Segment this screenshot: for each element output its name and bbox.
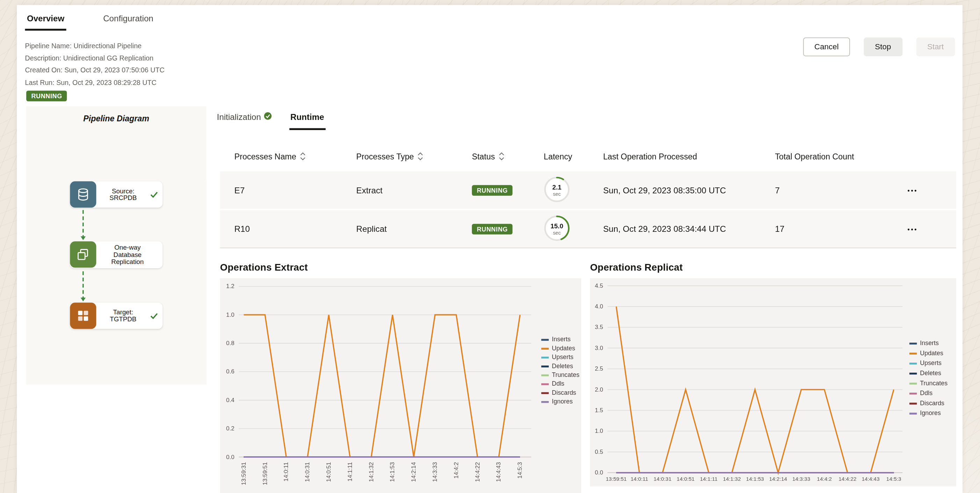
check-circle-icon [264, 112, 272, 122]
diagram-node-target[interactable]: Target: TGTPDB [70, 303, 162, 329]
svg-text:13:59:51: 13:59:51 [262, 462, 269, 485]
legend-item-ignores[interactable]: Ignores [909, 409, 941, 416]
column-header-label: Processes Type [356, 152, 414, 161]
process-type-cell: Replicat [356, 224, 472, 234]
column-header-processes-name[interactable]: Processes Name [234, 152, 356, 161]
svg-text:Updates: Updates [552, 345, 575, 352]
sort-icon[interactable] [499, 152, 504, 161]
svg-text:14:4:43: 14:4:43 [862, 476, 879, 482]
legend-item-ddls[interactable]: Ddls [541, 380, 565, 387]
column-header-total-operation-count: Total Operation Count [775, 152, 907, 161]
chart-legend: InsertsUpdatesUpsertsDeletesTruncatesDdl… [909, 340, 948, 416]
legend-item-upserts[interactable]: Upserts [541, 354, 574, 361]
stop-button[interactable]: Stop [864, 37, 902, 56]
pipeline-diagram-panel: Pipeline Diagram Source: SRCPDB [26, 106, 206, 385]
svg-text:2.5: 2.5 [595, 365, 603, 372]
svg-text:14:1:53: 14:1:53 [746, 476, 764, 482]
operations-extract-chart: 0.00.20.40.60.81.01.213:59:3113:59:5114:… [220, 278, 581, 493]
svg-text:Inserts: Inserts [920, 340, 939, 346]
legend-item-discards[interactable]: Discards [541, 389, 576, 396]
total-count-cell: 17 [775, 224, 907, 234]
column-header-label: Processes Name [234, 152, 296, 161]
status-cell: RUNNING [472, 185, 544, 195]
latency-gauge: 15.0sec [544, 215, 570, 241]
top-tab-bar: Overview Configuration [17, 5, 963, 30]
legend-item-upserts[interactable]: Upserts [909, 359, 942, 367]
legend-item-truncates[interactable]: Truncates [541, 371, 579, 378]
svg-text:Inserts: Inserts [552, 336, 571, 343]
svg-text:13:59:31: 13:59:31 [240, 462, 247, 485]
svg-text:0.0: 0.0 [595, 469, 603, 476]
latency-cell: 2.1sec [544, 176, 603, 204]
svg-text:14:2:14: 14:2:14 [410, 462, 417, 482]
pipeline-lastrun-line: Last Run: Sun, Oct 29, 2023 08:29:28 UTC [25, 77, 165, 89]
process-name-cell: E7 [234, 185, 356, 195]
column-header-label: Latency [544, 152, 572, 161]
process-table-body: E7ExtractRUNNING2.1secSun, Oct 29, 2023 … [220, 170, 956, 247]
table-row: R10ReplicatRUNNING15.0secSun, Oct 29, 20… [220, 209, 956, 247]
tab-overview[interactable]: Overview [25, 5, 67, 30]
page-root: Overview Configuration Pipeline Name: Un… [0, 0, 980, 493]
legend-item-inserts[interactable]: Inserts [909, 340, 939, 346]
flow-arrow [83, 271, 84, 300]
legend-item-discards[interactable]: Discards [909, 400, 944, 407]
legend-item-ignores[interactable]: Ignores [541, 398, 573, 405]
node-label: Source: [97, 187, 149, 195]
process-table-header-row: Processes NameProcesses TypeStatusLatenc… [220, 143, 956, 170]
row-actions-menu[interactable]: ••• [908, 187, 956, 194]
svg-text:Upserts: Upserts [552, 354, 574, 361]
tab-initialization[interactable]: Initialization [216, 110, 273, 130]
status-cell: RUNNING [472, 223, 544, 234]
diagram-node-replication[interactable]: One-way Database Replication [70, 241, 162, 268]
flow-arrow [83, 210, 84, 239]
sort-icon[interactable] [300, 152, 305, 161]
svg-text:Updates: Updates [920, 349, 943, 357]
column-header-status[interactable]: Status [472, 152, 544, 161]
svg-text:Ddls: Ddls [920, 389, 932, 397]
legend-item-deletes[interactable]: Deletes [909, 370, 941, 377]
svg-text:0.4: 0.4 [226, 397, 234, 404]
svg-text:14:0:51: 14:0:51 [325, 462, 332, 482]
sort-icon[interactable] [418, 152, 423, 161]
legend-item-deletes[interactable]: Deletes [541, 362, 573, 370]
row-actions-menu[interactable]: ••• [908, 225, 956, 233]
legend-item-updates[interactable]: Updates [909, 349, 943, 357]
chart-legend: InsertsUpdatesUpsertsDeletesTruncatesDdl… [541, 336, 579, 405]
legend-item-ddls[interactable]: Ddls [909, 389, 932, 397]
diagram-node-source[interactable]: Source: SRCPDB [70, 182, 162, 208]
process-name-cell: R10 [234, 224, 356, 234]
check-icon [150, 312, 159, 319]
svg-text:Upserts: Upserts [920, 359, 942, 367]
cancel-button[interactable]: Cancel [803, 37, 850, 56]
start-button: Start [916, 37, 955, 56]
tab-configuration[interactable]: Configuration [101, 5, 155, 30]
node-label: One-way [97, 244, 158, 251]
column-header-latency: Latency [544, 152, 603, 161]
total-count-cell: 7 [775, 185, 907, 195]
svg-text:Discards: Discards [552, 389, 576, 396]
series-line-updates [243, 315, 520, 457]
svg-text:14:4:2: 14:4:2 [453, 462, 460, 479]
svg-text:0.0: 0.0 [226, 454, 234, 461]
svg-text:14:0:11: 14:0:11 [283, 462, 290, 482]
svg-text:14:5:3: 14:5:3 [517, 462, 523, 479]
status-badge: RUNNING [472, 185, 513, 195]
svg-text:1.0: 1.0 [595, 428, 603, 434]
svg-text:14:1:11: 14:1:11 [700, 476, 718, 482]
legend-item-inserts[interactable]: Inserts [541, 336, 571, 343]
column-header-label: Last Operation Processed [603, 152, 697, 161]
column-header-last-operation-processed: Last Operation Processed [603, 152, 775, 161]
node-label: TGTPDB [97, 316, 149, 323]
tab-runtime[interactable]: Runtime [289, 110, 325, 130]
pipeline-metadata: Pipeline Name: Unidirectional Pipeline D… [25, 40, 165, 88]
legend-item-updates[interactable]: Updates [541, 345, 575, 352]
svg-text:14:4:43: 14:4:43 [495, 462, 502, 482]
pipeline-diagram-title: Pipeline Diagram [26, 106, 206, 123]
svg-text:14:1:53: 14:1:53 [389, 462, 396, 482]
table-row: E7ExtractRUNNING2.1secSun, Oct 29, 2023 … [220, 170, 956, 209]
column-header-processes-type[interactable]: Processes Type [356, 152, 472, 161]
svg-text:14:1:32: 14:1:32 [723, 476, 741, 482]
svg-text:1.5: 1.5 [595, 407, 603, 414]
legend-item-truncates[interactable]: Truncates [909, 380, 948, 387]
latency-cell: 15.0sec [544, 215, 603, 243]
